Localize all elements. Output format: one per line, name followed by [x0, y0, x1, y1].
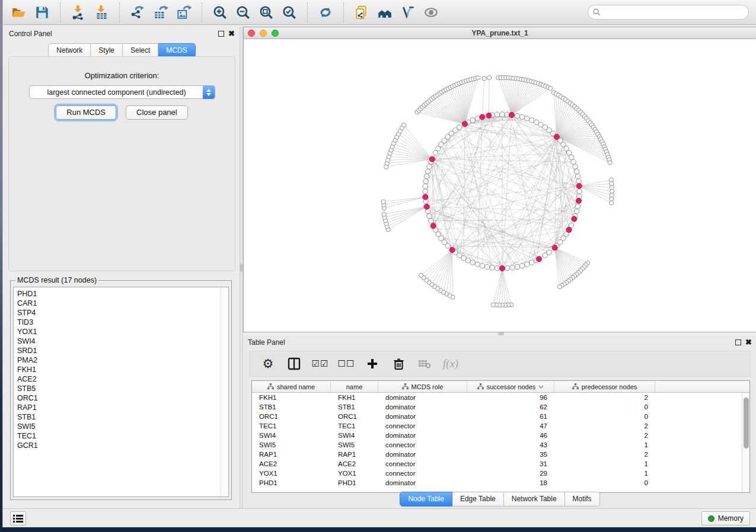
table-cell[interactable]: 1	[554, 441, 655, 448]
ring-node[interactable]	[490, 265, 495, 270]
table-cell[interactable]: PHD1	[252, 479, 331, 486]
mcds-result-item[interactable]: PHD1	[14, 289, 228, 299]
table-cell[interactable]: 1	[554, 470, 655, 477]
table-cell[interactable]: SWI4	[252, 432, 331, 439]
ring-node[interactable]	[423, 179, 428, 184]
ring-node[interactable]	[429, 219, 433, 223]
mcds-hub-node[interactable]	[430, 223, 436, 229]
mcds-hub-node[interactable]	[462, 121, 467, 127]
satellite-node[interactable]	[482, 76, 486, 81]
table-cell[interactable]: 46	[467, 432, 554, 439]
table-cell[interactable]: SWI4	[331, 432, 378, 439]
table-cell[interactable]: dominator	[378, 451, 467, 458]
table-row[interactable]: TEC1TEC1connector472	[252, 421, 749, 431]
apply-layout-icon[interactable]	[317, 4, 334, 21]
ring-node[interactable]	[475, 116, 480, 121]
table-cell[interactable]: FKH1	[252, 394, 331, 401]
mcds-hub-node[interactable]	[423, 194, 428, 200]
table-cell[interactable]: RAP1	[331, 451, 378, 458]
table-cell[interactable]: dominator	[378, 479, 467, 486]
mcds-hub-node[interactable]	[509, 112, 514, 117]
optimization-criterion-select[interactable]: largest connected component (undirected)	[29, 85, 215, 99]
memory-button[interactable]: Memory	[701, 511, 750, 525]
table-cell[interactable]: 2	[554, 422, 655, 430]
export-image-icon[interactable]	[175, 4, 193, 21]
ring-node[interactable]	[484, 264, 489, 269]
mcds-list-scrollbar[interactable]	[221, 287, 228, 496]
ring-node[interactable]	[529, 260, 534, 265]
delete-column-icon[interactable]	[388, 355, 409, 373]
mcds-result-item[interactable]: YOX1	[14, 327, 228, 336]
satellite-node[interactable]	[608, 161, 612, 165]
ring-node[interactable]	[457, 125, 462, 130]
table-cell[interactable]: 35	[467, 451, 554, 458]
ring-node[interactable]	[480, 263, 484, 268]
import-network-icon[interactable]	[69, 4, 87, 21]
table-cell[interactable]: 1	[554, 460, 655, 467]
table-cell[interactable]: ACE2	[252, 460, 331, 467]
show-hide-icon[interactable]	[422, 4, 440, 21]
satellite-node[interactable]	[476, 76, 480, 80]
table-cell[interactable]: STB1	[252, 403, 331, 411]
mcds-hub-node[interactable]	[552, 245, 557, 251]
search-input[interactable]	[588, 5, 749, 20]
ring-node[interactable]	[510, 265, 515, 270]
table-cell[interactable]: TEC1	[331, 422, 378, 430]
ring-node[interactable]	[505, 266, 509, 271]
table-row[interactable]: YOX1YOX1connector291	[252, 469, 749, 478]
satellite-node[interactable]	[548, 86, 553, 90]
vizmapper-icon[interactable]	[399, 4, 417, 21]
close-panel-button[interactable]: Close panel	[126, 105, 188, 120]
table-cell[interactable]: PHD1	[331, 479, 378, 486]
settings-gear-icon[interactable]: ⚙	[258, 355, 278, 373]
table-cell[interactable]: YOX1	[252, 470, 331, 477]
mcds-hub-node[interactable]	[576, 183, 582, 188]
ring-node[interactable]	[571, 159, 576, 164]
save-session-icon[interactable]	[33, 4, 51, 21]
tab-motifs[interactable]: Motifs	[565, 492, 600, 507]
ring-node[interactable]	[525, 262, 529, 267]
ring-node[interactable]	[519, 263, 524, 268]
mcds-hub-node[interactable]	[480, 114, 485, 120]
column-visibility-icon[interactable]	[284, 355, 304, 373]
table-cell[interactable]: 2	[554, 451, 655, 458]
mcds-result-item[interactable]: SRD1	[14, 346, 228, 355]
table-cell[interactable]: 0	[554, 413, 655, 420]
ring-node[interactable]	[574, 209, 579, 213]
ring-node[interactable]	[423, 184, 428, 188]
table-row[interactable]: RAP1RAP1dominator352	[252, 450, 749, 459]
mcds-hub-node[interactable]	[500, 266, 505, 271]
table-cell[interactable]: RAP1	[252, 451, 331, 458]
column-header-name[interactable]: name	[331, 381, 378, 392]
open-file-icon[interactable]	[10, 4, 28, 21]
mcds-result-item[interactable]: TEC1	[14, 431, 228, 441]
splitter-handle[interactable]	[240, 264, 243, 272]
table-cell[interactable]: SWI5	[252, 441, 331, 448]
ring-node[interactable]	[425, 169, 430, 174]
table-cell[interactable]: ORC1	[252, 413, 331, 420]
float-panel-icon[interactable]	[735, 339, 741, 345]
mcds-result-item[interactable]: STB5	[14, 384, 228, 393]
export-network-icon[interactable]	[129, 4, 146, 21]
mcds-result-item[interactable]: TID3	[14, 318, 228, 327]
table-cell[interactable]: TEC1	[252, 422, 331, 430]
ring-node[interactable]	[525, 116, 529, 121]
ring-node[interactable]	[575, 204, 580, 209]
mcds-hub-node[interactable]	[537, 257, 542, 262]
zoom-fit-icon[interactable]	[257, 4, 275, 21]
satellite-node[interactable]	[491, 303, 495, 307]
zoom-in-icon[interactable]	[211, 4, 229, 21]
ring-node[interactable]	[574, 169, 579, 174]
mcds-result-item[interactable]: CAR1	[14, 299, 228, 308]
mcds-hub-node[interactable]	[486, 113, 492, 118]
export-table-icon[interactable]	[152, 4, 170, 21]
table-scrollbar[interactable]	[742, 393, 749, 492]
table-row[interactable]: PHD1PHD1dominator180	[252, 478, 749, 488]
satellite-node[interactable]	[419, 273, 423, 277]
table-row[interactable]: SWI4SWI4dominator462	[252, 431, 749, 440]
column-header-successor-nodes[interactable]: successor nodes	[467, 381, 554, 392]
table-cell[interactable]: 29	[467, 470, 554, 477]
mcds-result-item[interactable]: FKH1	[14, 365, 228, 374]
ring-node[interactable]	[424, 174, 429, 178]
ring-node[interactable]	[576, 179, 581, 184]
